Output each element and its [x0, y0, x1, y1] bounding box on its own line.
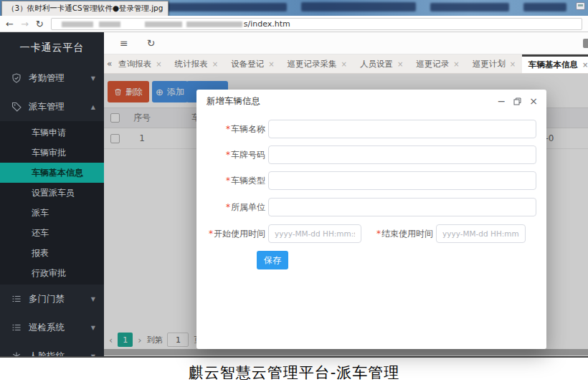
sidebar-item-return-car[interactable]: 还车 [0, 223, 104, 243]
image-caption: 麒云智慧云管理平台-派车管理 [0, 356, 588, 387]
tab-label: 查询报表 [118, 59, 151, 70]
sidebar-item-admin-approve[interactable]: 行政审批 [0, 263, 104, 283]
end-time-input[interactable] [436, 224, 526, 243]
maximize-icon[interactable] [513, 97, 521, 105]
tab-label: 车辆基本信息 [528, 59, 578, 70]
browser-tab[interactable]: （3）依时利一卡通CS管理软件●登录管理.jpg [1, 1, 169, 16]
required-mark: * [226, 150, 230, 160]
required-mark: * [209, 229, 213, 239]
minimize-icon[interactable]: − [498, 96, 506, 106]
tab-label: 巡更记录 [416, 59, 449, 70]
dialog-header[interactable]: 新增车辆信息 − × [196, 90, 546, 113]
sidebar-item-vehicle-apply[interactable]: 车辆申请 [0, 123, 104, 143]
sidebar-item-set-dispatcher[interactable]: 设置派车员 [0, 183, 104, 203]
url-text: s/index.htm [244, 19, 290, 29]
browser-toolbar: ← → ↻ s/index.htm [0, 16, 588, 32]
field-label: *车辆名称 [196, 123, 265, 135]
sidebar-item-attendance[interactable]: 考勤管理 ▼ [0, 64, 104, 92]
unit-input[interactable] [268, 198, 536, 216]
screenshot-root: （3）依时利一卡通CS管理软件●登录管理.jpg ← → ↻ s/index.h… [0, 0, 588, 387]
list-icon [11, 322, 22, 333]
field-label: *开始使用时间 [196, 228, 265, 240]
sidebar-item-label: 多门门禁 [29, 293, 65, 305]
field-label: *结束使用时间 [361, 228, 433, 240]
printer-icon[interactable] [576, 2, 585, 10]
tab-stat-report[interactable]: 统计报表 × [169, 54, 224, 73]
tab-personnel[interactable]: 人员设置 × [354, 54, 409, 73]
close-icon[interactable]: × [268, 60, 274, 68]
sidebar-item-label: 派车管理 [29, 101, 65, 113]
browser-title-bar: （3）依时利一卡通CS管理软件●登录管理.jpg [0, 0, 588, 16]
browser-tab-title: （3）依时利一卡通CS管理软件●登录管理.jpg [7, 4, 163, 12]
field-label: *车牌号码 [196, 149, 265, 161]
dispatch-submenu: 车辆申请 车辆审批 车辆基本信息 设置派车员 派车 还车 报表 行政审批 [0, 121, 104, 285]
forward-icon[interactable]: → [21, 19, 29, 29]
tab-label: 设备登记 [231, 59, 264, 70]
form-row-time: *开始使用时间 *结束使用时间 [196, 224, 546, 243]
partial-user-icon[interactable] [583, 39, 588, 48]
vehicle-name-input[interactable] [268, 120, 536, 138]
sidebar-item-vehicle-approve[interactable]: 车辆审批 [0, 143, 104, 163]
chevron-up-icon: ▲ [91, 104, 95, 110]
tab-scroll-left-icon[interactable]: « [107, 54, 112, 73]
tab-patrol-record[interactable]: 巡更记录 × [409, 54, 465, 73]
redacted-region [145, 22, 182, 27]
close-icon[interactable]: × [453, 60, 459, 68]
close-icon[interactable]: × [156, 60, 161, 68]
sidebar-item-label: 考勤管理 [29, 72, 65, 85]
collapse-menu-icon[interactable]: ≡ [120, 37, 128, 49]
field-label: *所属单位 [196, 201, 265, 214]
chevron-down-icon: ▼ [91, 75, 95, 82]
required-mark: * [226, 176, 230, 186]
address-bar[interactable]: s/index.htm [51, 18, 582, 30]
sidebar-item-vehicle-info[interactable]: 车辆基本信息 [0, 163, 104, 183]
sidebar-item-label: 巡检系统 [29, 322, 65, 334]
chevron-down-icon: ▼ [91, 325, 95, 331]
close-icon[interactable]: × [582, 61, 588, 69]
vehicle-type-input[interactable] [268, 171, 536, 190]
form-row-unit: *所属单位 [196, 198, 546, 216]
tab-patrol-plan[interactable]: 巡更计划 × [466, 54, 522, 73]
tab-patrol-collect[interactable]: 巡更记录采集 × [281, 54, 354, 73]
save-button[interactable]: 保存 [257, 251, 288, 269]
tab-device-register[interactable]: 设备登记 × [224, 54, 280, 73]
tab-vehicle-info[interactable]: 车辆基本信息 × [522, 54, 588, 73]
sidebar-item-report[interactable]: 报表 [0, 243, 104, 263]
refresh-icon[interactable]: ↻ [36, 19, 44, 29]
sidebar-item-doors[interactable]: 多门门禁 ▼ [0, 285, 104, 313]
app-header: ≡ ↻ [104, 32, 588, 54]
redacted-region [301, 2, 416, 11]
tab-query-report[interactable]: 查询报表 × [112, 54, 168, 73]
sidebar-item-dispatch-car[interactable]: 派车 [0, 203, 104, 223]
form-row-name: *车辆名称 [196, 120, 546, 138]
tab-label: 人员设置 [360, 59, 393, 70]
dialog-title: 新增车辆信息 [207, 95, 260, 108]
tag-icon [11, 102, 22, 112]
form-row-type: *车辆类型 [196, 171, 546, 190]
redacted-region [62, 22, 93, 27]
add-vehicle-dialog: 新增车辆信息 − × *车辆名称 *车牌号码 *车辆类型 *所属单位 [196, 90, 546, 349]
list-icon [11, 294, 22, 304]
close-icon[interactable]: × [212, 60, 218, 68]
sidebar-item-patrol[interactable]: 巡检系统 ▼ [0, 313, 104, 342]
form-row-plate: *车牌号码 [196, 145, 546, 164]
tab-label: 巡更计划 [473, 59, 506, 70]
sidebar: 一卡通云平台 考勤管理 ▼ 派车管理 ▲ 车辆申请 车辆审批 车辆基本信息 设置… [0, 32, 104, 356]
close-icon[interactable]: × [397, 60, 403, 68]
start-time-input[interactable] [268, 224, 361, 243]
tab-label: 巡更记录采集 [288, 59, 337, 70]
refresh-page-icon[interactable]: ↻ [147, 37, 156, 49]
close-icon[interactable]: × [510, 60, 516, 68]
close-icon[interactable]: × [529, 96, 538, 106]
back-icon[interactable]: ← [6, 19, 14, 29]
close-icon[interactable]: × [341, 60, 347, 68]
plate-number-input[interactable] [268, 145, 536, 164]
chevron-down-icon: ▼ [91, 296, 95, 302]
redacted-region [430, 3, 509, 11]
shield-icon [11, 73, 22, 83]
tab-label: 统计报表 [175, 59, 208, 70]
sidebar-item-dispatch[interactable]: 派车管理 ▲ [0, 92, 104, 121]
workspace-tabbar: « 查询报表 × 统计报表 × 设备登记 × 巡更记录采集 × 人员设置 × 巡… [104, 54, 588, 74]
required-mark: * [226, 124, 230, 134]
field-label: *车辆类型 [196, 175, 265, 187]
